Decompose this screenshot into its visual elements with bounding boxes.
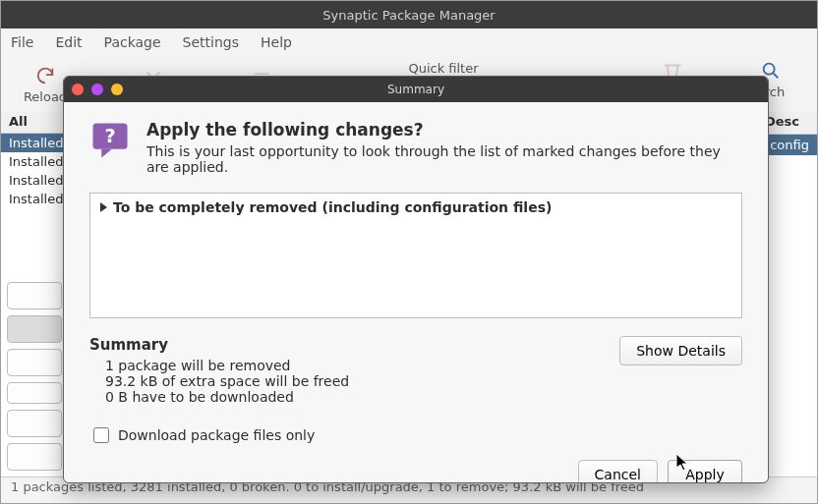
summary-dialog: Summary ? Apply the following changes? T… [63, 76, 769, 483]
summary-freed: 93.2 kB of extra space will be freed [105, 373, 349, 389]
svg-text:?: ? [104, 125, 115, 147]
window-close-button[interactable] [72, 84, 84, 95]
window-minimize-button[interactable] [91, 84, 103, 95]
changes-list[interactable]: To be completely removed (including conf… [89, 193, 742, 318]
dialog-subtext: This is your last opportunity to look th… [146, 143, 742, 175]
summary-heading: Summary [89, 336, 349, 354]
apply-button[interactable]: Apply [668, 460, 742, 483]
dialog-titlebar: Summary [64, 77, 768, 102]
dialog-title: Summary [387, 83, 444, 96]
cancel-button[interactable]: Cancel [578, 460, 658, 483]
download-only-checkbox[interactable] [93, 427, 109, 443]
download-only-row[interactable]: Download package files only [89, 424, 742, 446]
question-icon: ? [89, 120, 131, 161]
apply-label: Apply [685, 467, 725, 482]
download-only-label: Download package files only [118, 427, 315, 443]
dialog-heading: Apply the following changes? [146, 120, 742, 140]
summary-removed: 1 package will be removed [105, 358, 349, 373]
show-details-button[interactable]: Show Details [619, 336, 742, 365]
disclosure-triangle-icon [100, 202, 107, 212]
window-maximize-button[interactable] [111, 84, 123, 95]
summary-download: 0 B have to be downloaded [105, 389, 349, 405]
changes-section-label: To be completely removed (including conf… [113, 199, 552, 215]
changes-section-remove[interactable]: To be completely removed (including conf… [100, 199, 731, 215]
